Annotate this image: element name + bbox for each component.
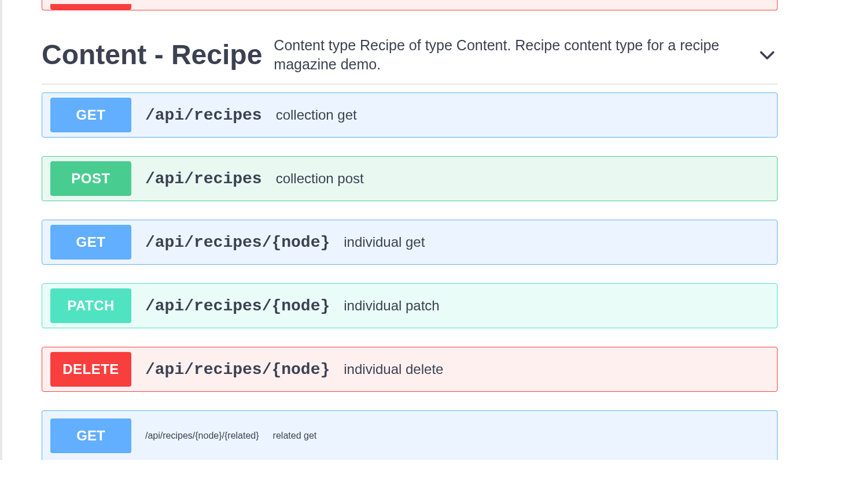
section-header[interactable]: Content - Recipe Content type Recipe of … [42,10,778,84]
page-root: Content - Recipe Content type Recipe of … [0,0,847,460]
endpoint-summary: related get [273,431,317,441]
method-badge: DELETE [50,352,131,387]
endpoint-path: /api/recipes [145,106,262,124]
endpoint-summary: individual delete [344,361,443,377]
opblock-post-recipes[interactable]: POST /api/recipes collection post [42,156,778,201]
opblock-get-recipe-related[interactable]: GET /api/recipes/{node}/{related} relate… [42,410,778,460]
method-badge: POST [50,161,131,196]
endpoint-summary: individual patch [344,298,439,314]
method-badge: GET [50,418,131,453]
section-title: Content - Recipe [42,39,262,71]
opblock-patch-recipe-node[interactable]: PATCH /api/recipes/{node} individual pat… [42,283,778,328]
operations-list: GET /api/recipes collection get POST /ap… [42,84,778,460]
endpoint-path: /api/recipes/{node} [145,234,330,251]
opblock-delete-recipe-node[interactable]: DELETE /api/recipes/{node} individual de… [42,347,778,392]
method-badge: GET [50,225,131,260]
section-description: Content type Recipe of type Content. Rec… [274,36,745,73]
method-badge: GET [50,98,131,132]
endpoint-path: /api/recipes/{node} [145,297,330,315]
previous-opblock-fragment [42,0,778,10]
endpoint-summary: collection post [276,171,364,187]
endpoint-path: /api/recipes/{node} [145,361,330,379]
endpoint-summary: individual get [344,234,425,250]
method-badge: PATCH [50,288,131,323]
endpoint-path: /api/recipes/{node}/{related} [145,431,259,441]
endpoint-path: /api/recipes [145,170,262,188]
chevron-down-icon[interactable] [757,45,778,65]
opblock-get-recipe-node[interactable]: GET /api/recipes/{node} individual get [42,220,778,265]
endpoint-summary: collection get [276,107,357,123]
opblock-get-recipes[interactable]: GET /api/recipes collection get [42,92,778,138]
previous-method-fragment [50,4,131,10]
api-section-panel: Content - Recipe Content type Recipe of … [2,0,812,460]
